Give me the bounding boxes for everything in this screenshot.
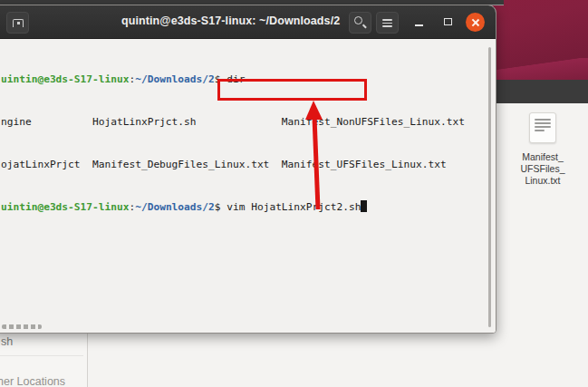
terminal-line: ngine HojatLinxPrjct.sh Manifest_NonUFSF… bbox=[1, 115, 496, 130]
maximize-icon bbox=[444, 18, 452, 25]
terminal-line: ojatLinxPrjct Manifest_DebugFiles_Linux.… bbox=[1, 158, 496, 172]
window-title: quintin@e3ds-S17-linux: ~/Downloads/2 bbox=[121, 15, 340, 27]
sidebar-divider bbox=[0, 355, 83, 356]
terminal-output: uintin@e3ds-S17-linux:~/Downloads/2$ dir… bbox=[0, 40, 496, 242]
hamburger-menu-icon bbox=[382, 19, 392, 27]
prompt-user-host: uintin@e3ds-S17-linux bbox=[1, 201, 129, 213]
search-icon bbox=[354, 16, 362, 24]
terminal-cursor bbox=[361, 200, 367, 212]
file-label-line: Manifest_ bbox=[497, 151, 588, 163]
terminal-scrollbar[interactable] bbox=[488, 47, 491, 327]
obscured-text-fragment bbox=[2, 324, 42, 329]
background-dark-band bbox=[486, 80, 588, 103]
sidebar-item-other-locations-partial[interactable]: her Locations bbox=[0, 375, 65, 387]
background-window-sidebar: sh her Locations bbox=[0, 333, 88, 387]
maximize-button[interactable] bbox=[439, 13, 458, 31]
desktop-file-icon[interactable]: Manifest_ UFSFiles_ Linux.txt bbox=[497, 112, 588, 187]
file-label-line: UFSFiles_ bbox=[497, 163, 588, 175]
prompt-user-host: uintin@e3ds-S17-linux bbox=[1, 73, 129, 85]
minimize-button[interactable] bbox=[410, 13, 429, 31]
desktop-file-label: Manifest_ UFSFiles_ Linux.txt bbox=[497, 151, 588, 187]
file-label-line: Linux.txt bbox=[497, 175, 588, 187]
terminal-line: uintin@e3ds-S17-linux:~/Downloads/2$ vim… bbox=[1, 200, 496, 215]
prompt-dollar: $ bbox=[215, 201, 227, 213]
new-tab-icon bbox=[13, 19, 24, 27]
terminal-window: quintin@e3ds-S17-linux: ~/Downloads/2 ui… bbox=[0, 5, 496, 334]
annotation-highlight-box bbox=[217, 79, 367, 101]
terminal-titlebar[interactable]: quintin@e3ds-S17-linux: ~/Downloads/2 bbox=[0, 5, 496, 39]
minimize-icon bbox=[415, 24, 423, 26]
close-button[interactable] bbox=[466, 13, 485, 32]
prompt-path: ~/Downloads/2 bbox=[135, 73, 215, 85]
text-file-icon bbox=[529, 112, 556, 143]
menu-button[interactable] bbox=[376, 12, 399, 34]
command-vim: vim HojatLinxPrjct2.sh bbox=[227, 201, 361, 213]
new-tab-button[interactable] bbox=[6, 12, 29, 34]
prompt-path: ~/Downloads/2 bbox=[135, 201, 215, 213]
sidebar-item-trash-partial[interactable]: sh bbox=[1, 335, 13, 348]
search-button[interactable] bbox=[349, 12, 371, 34]
